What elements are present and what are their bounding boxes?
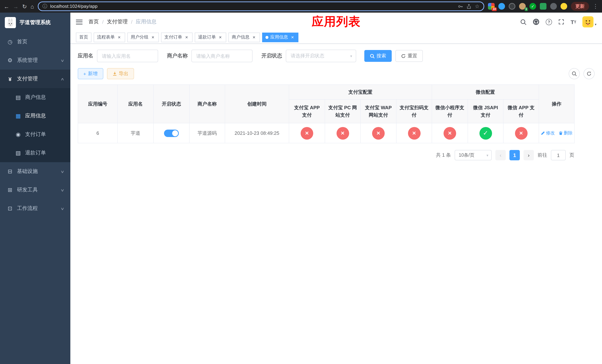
browser-menu-kebab-icon[interactable]: ⋮: [593, 3, 598, 10]
sidebar-item-system[interactable]: ⚙ 系统管理 ∨: [0, 51, 70, 70]
delete-button[interactable]: 删除: [559, 130, 573, 136]
browser-back-button[interactable]: ←: [4, 3, 9, 9]
sidebar-item-label: 商户信息: [25, 94, 46, 101]
fullscreen-icon[interactable]: [558, 19, 564, 25]
next-page-button[interactable]: ›: [524, 150, 534, 160]
browser-update-button[interactable]: 更新: [571, 2, 589, 11]
export-button[interactable]: 导出: [107, 68, 134, 79]
extension-book-icon[interactable]: [540, 3, 547, 10]
add-button[interactable]: + 新增: [78, 68, 103, 79]
github-icon[interactable]: [533, 19, 539, 25]
breadcrumb-separator: /: [131, 19, 133, 25]
site-info-icon[interactable]: ⓘ: [43, 3, 47, 10]
tab-home[interactable]: 首页: [76, 32, 91, 42]
yen-icon: ¥: [7, 76, 13, 82]
chevron-down-icon: ∨: [60, 188, 64, 192]
search-icon[interactable]: [520, 19, 527, 25]
app-name-input[interactable]: [97, 50, 158, 62]
sidebar-item-home[interactable]: ◷ 首页: [0, 32, 70, 51]
sidebar-item-label: 研发工具: [17, 187, 38, 193]
browser-home-button[interactable]: ⌂: [31, 3, 34, 9]
sidebar-item-pay-order[interactable]: ◉ 支付订单: [0, 125, 70, 144]
address-bar[interactable]: ⓘ localhost:1024/pay/app ☆: [38, 1, 484, 11]
breadcrumb-home[interactable]: 首页: [88, 19, 99, 25]
extension-check-icon[interactable]: ✓: [529, 3, 536, 10]
chevron-down-icon: ∨: [60, 58, 64, 62]
active-dot: [266, 36, 269, 39]
table-row: 6 芋道 芋道源码 2021-10-23 08:49:25 × × × × ×: [78, 123, 574, 143]
sidebar-item-label: 应用信息: [25, 113, 46, 119]
tab-merchant-info[interactable]: 商户信息×: [228, 32, 260, 42]
config-status-icon: ×: [515, 127, 527, 139]
status-select[interactable]: 请选择开启状态 ▾: [286, 50, 356, 62]
sidebar-item-workflow[interactable]: ⊡ 工作流程 ∨: [0, 199, 70, 218]
config-status-icon: ×: [408, 127, 420, 139]
close-icon[interactable]: ×: [184, 35, 189, 40]
bookmark-star-icon[interactable]: ☆: [475, 3, 479, 9]
table-toolbar: + 新增 导出: [78, 68, 595, 79]
tab-pay-order[interactable]: 支付订单×: [161, 32, 193, 42]
app-name-label: 应用名: [78, 53, 93, 59]
close-icon[interactable]: ×: [290, 35, 295, 40]
page-number-button[interactable]: 1: [509, 150, 520, 160]
tab-process-form[interactable]: 流程表单×: [94, 32, 125, 42]
sidebar-item-merchant-info[interactable]: ▤ 商户信息: [0, 88, 70, 107]
tab-user-group[interactable]: 用户分组×: [127, 32, 159, 42]
config-status-icon: ×: [336, 127, 349, 139]
tab-app-info[interactable]: 应用信息×: [262, 32, 298, 42]
page-size-select[interactable]: 10条/页 ▾: [455, 150, 492, 160]
font-size-icon[interactable]: TT: [570, 19, 576, 25]
reset-button[interactable]: 重置: [395, 50, 423, 62]
sidebar-item-refund-order[interactable]: ▧ 退款订单: [0, 144, 70, 162]
breadcrumb-payment[interactable]: 支付管理: [107, 19, 128, 25]
sidebar-item-payment[interactable]: ¥ 支付管理 ∧: [0, 70, 70, 88]
col-alipay-wap: 支付宝 WAP 网站支付: [360, 99, 396, 123]
browser-forward-button[interactable]: →: [13, 3, 19, 9]
caret-down-icon: ▾: [486, 153, 488, 157]
close-icon[interactable]: ×: [251, 35, 257, 40]
extensions-puzzle-icon[interactable]: [550, 3, 557, 10]
refresh-icon[interactable]: [583, 68, 595, 79]
col-merchant: 商户名称: [189, 85, 225, 123]
extension-drop-icon[interactable]: [498, 3, 505, 10]
sidebar-item-devtools[interactable]: ⊞ 研发工具 ∨: [0, 181, 70, 199]
sidebar-toggle-icon[interactable]: [76, 20, 83, 24]
enabled-switch[interactable]: [164, 129, 179, 137]
sidebar-item-infra[interactable]: ⊟ 基础设施 ∨: [0, 162, 70, 181]
user-menu[interactable]: ▾: [582, 16, 596, 27]
tab-refund-order[interactable]: 退款订单×: [195, 32, 226, 42]
col-actions: 操作: [539, 85, 574, 123]
search-button[interactable]: 搜索: [364, 50, 392, 62]
extension-emoji-icon[interactable]: [560, 3, 567, 10]
prev-page-button[interactable]: ‹: [495, 150, 506, 160]
workflow-icon: ⊡: [7, 205, 13, 212]
merchant-name-input[interactable]: [191, 50, 252, 62]
refund-icon: ▧: [15, 150, 22, 156]
extension-avatar-icon[interactable]: 1: [519, 3, 526, 10]
app-logo[interactable]: 芋道管理系统: [0, 13, 70, 32]
sidebar-item-app-info[interactable]: ▦ 应用信息: [0, 107, 70, 125]
sidebar-item-label: 支付订单: [25, 131, 46, 138]
extension-apps-icon[interactable]: 10: [488, 3, 495, 10]
edit-button[interactable]: 修改: [541, 130, 555, 136]
tags-bar: 首页 流程表单× 用户分组× 支付订单× 退款订单× 商户信息× 应用信息×: [70, 31, 602, 44]
extension-dark-icon[interactable]: [509, 3, 515, 10]
share-icon[interactable]: [466, 3, 472, 9]
close-icon[interactable]: ×: [150, 35, 155, 40]
close-icon[interactable]: ×: [117, 35, 122, 40]
col-wechat-mini: 微信小程序支付: [432, 99, 468, 123]
close-icon[interactable]: ×: [218, 35, 223, 40]
sidebar-item-label: 基础设施: [17, 168, 38, 175]
col-alipay-app: 支付宝 APP 支付: [289, 99, 325, 123]
cell-created: 2021-10-23 08:49:25: [225, 123, 289, 143]
help-icon[interactable]: ?: [546, 19, 552, 25]
col-alipay-qr: 支付宝扫码支付: [396, 99, 432, 123]
goto-page-input[interactable]: [551, 150, 566, 160]
chevron-down-icon: ∨: [60, 169, 64, 173]
group-alipay-config: 支付宝配置: [289, 85, 432, 99]
browser-reload-button[interactable]: ↻: [22, 3, 27, 9]
toggle-search-icon[interactable]: [569, 68, 580, 79]
cell-app-name: 芋道: [118, 123, 153, 143]
password-key-icon[interactable]: [458, 3, 463, 9]
browser-toolbar: ← → ↻ ⌂ ⓘ localhost:1024/pay/app ☆ 10 1 …: [0, 0, 602, 13]
